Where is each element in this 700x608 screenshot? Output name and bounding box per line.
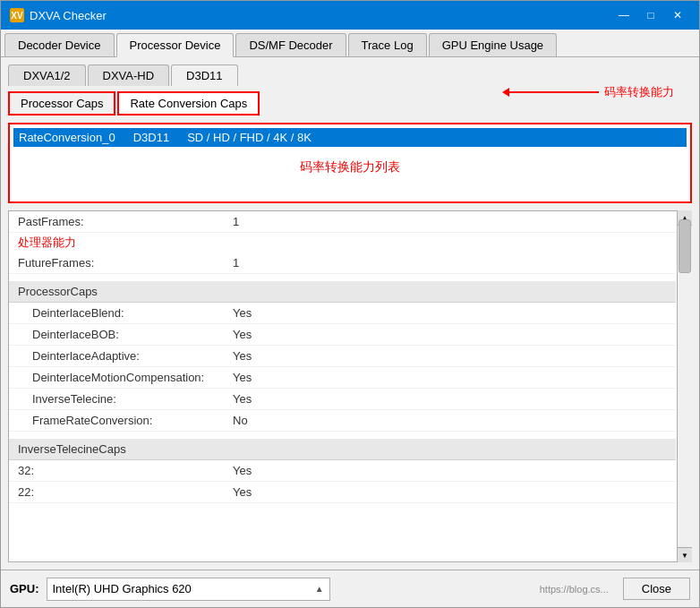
rate-row-formats: SD / HD / FHD / 4K / 8K <box>187 131 312 144</box>
url-text: https://blog.cs... <box>337 584 616 595</box>
note-cn: 处理器能力 <box>9 233 676 253</box>
caps-tab-processor[interactable]: Processor Caps <box>8 91 115 116</box>
value-deinterlace-blend: Yes <box>233 306 252 320</box>
main-panel[interactable]: PastFrames: 1 处理器能力 FutureFrames: 1 Proc… <box>8 210 692 562</box>
main-panel-container: PastFrames: 1 处理器能力 FutureFrames: 1 Proc… <box>8 210 692 562</box>
row-inverse-telecine: InverseTelecine: Yes <box>9 389 676 410</box>
row-cap-22: 22: Yes <box>9 482 676 503</box>
label-past-frames: PastFrames: <box>18 215 233 228</box>
row-deinterlace-motion: DeinterlaceMotionCompensation: Yes <box>9 367 676 389</box>
value-deinterlace-bob: Yes <box>233 328 252 341</box>
row-cap-32: 32: Yes <box>9 460 676 482</box>
row-deinterlace-bob: DeinterlaceBOB: Yes <box>9 324 676 346</box>
close-window-button[interactable]: ✕ <box>665 6 690 24</box>
scroll-thumb[interactable] <box>679 219 691 273</box>
sub-tab-d3d11[interactable]: D3D11 <box>171 64 237 86</box>
value-inverse-telecine: Yes <box>233 392 252 406</box>
value-cap-22: Yes <box>233 485 252 499</box>
scrollbar[interactable]: ▲ ▼ <box>677 210 692 562</box>
tab-gpu-engine[interactable]: GPU Engine Usage <box>429 33 557 56</box>
content-area: DXVA1/2 DXVA-HD D3D11 Processor Caps Rat… <box>1 57 699 569</box>
tab-trace-log[interactable]: Trace Log <box>348 33 427 56</box>
rate-row-device: D3D11 <box>133 131 169 144</box>
label-inverse-telecine: InverseTelecine: <box>18 392 233 406</box>
maximize-button[interactable]: □ <box>638 6 663 24</box>
label-cap-32: 32: <box>18 464 233 477</box>
arrow-line <box>509 91 599 93</box>
gpu-value: Intel(R) UHD Graphics 620 <box>53 582 192 595</box>
sub-tab-bar: DXVA1/2 DXVA-HD D3D11 <box>8 64 692 86</box>
value-past-frames: 1 <box>233 215 239 228</box>
row-deinterlace-adaptive: DeinterlaceAdaptive: Yes <box>9 346 676 367</box>
close-button[interactable]: Close <box>623 578 690 600</box>
minimize-button[interactable]: — <box>611 6 636 24</box>
window-controls: — □ ✕ <box>611 6 690 24</box>
row-future-frames: FutureFrames: 1 <box>9 253 676 274</box>
chevron-up-icon: ▲ <box>315 584 324 594</box>
section-inverse-telecine-caps: InverseTelecineCaps <box>9 439 676 460</box>
row-frame-rate-conversion: FrameRateConversion: No <box>9 410 676 432</box>
caps-tab-rate-conversion[interactable]: Rate Conversion Caps <box>117 91 260 116</box>
value-deinterlace-motion: Yes <box>233 371 252 384</box>
value-future-frames: 1 <box>233 256 239 270</box>
scroll-down-button[interactable]: ▼ <box>678 547 692 562</box>
sub-tab-dxvahd[interactable]: DXVA-HD <box>88 64 170 86</box>
row-past-frames: PastFrames: 1 <box>9 211 676 233</box>
main-tab-bar: Decoder Device Processor Device DS/MF De… <box>1 30 699 57</box>
main-window: XV DXVA Checker — □ ✕ Decoder Device Pro… <box>0 0 700 608</box>
label-deinterlace-blend: DeinterlaceBlend: <box>18 306 233 320</box>
sub-tab-dxva12[interactable]: DXVA1/2 <box>8 64 86 86</box>
annotation: 码率转换能力 <box>509 84 674 100</box>
tab-processor-device[interactable]: Processor Device <box>116 33 235 57</box>
tab-dsmf-decoder[interactable]: DS/MF Decoder <box>235 33 346 56</box>
label-frame-rate-conversion: FrameRateConversion: <box>18 414 233 427</box>
app-icon: XV <box>10 8 24 22</box>
section-processor-caps: ProcessorCaps <box>9 281 676 303</box>
title-bar-left: XV DXVA Checker <box>10 8 107 22</box>
tab-decoder-device[interactable]: Decoder Device <box>4 33 115 56</box>
window-title: DXVA Checker <box>30 9 107 22</box>
rate-row-name: RateConversion_0 <box>19 131 115 144</box>
label-deinterlace-bob: DeinterlaceBOB: <box>18 328 233 341</box>
rate-row: RateConversion_0 D3D11 SD / HD / FHD / 4… <box>13 128 687 147</box>
arrow-head <box>502 88 509 97</box>
title-bar: XV DXVA Checker — □ ✕ <box>1 1 699 30</box>
rate-list-label-cn: 码率转换能力列表 <box>13 156 687 179</box>
value-deinterlace-adaptive: Yes <box>233 349 252 363</box>
row-deinterlace-blend: DeinterlaceBlend: Yes <box>9 303 676 324</box>
rate-conversion-box: RateConversion_0 D3D11 SD / HD / FHD / 4… <box>8 123 692 203</box>
gpu-select[interactable]: Intel(R) UHD Graphics 620 ▲ <box>47 578 330 601</box>
label-future-frames: FutureFrames: <box>18 256 233 270</box>
value-cap-32: Yes <box>233 464 252 477</box>
scroll-down-icon: ▼ <box>681 552 688 560</box>
label-deinterlace-motion: DeinterlaceMotionCompensation: <box>18 371 233 384</box>
label-cap-22: 22: <box>18 485 233 499</box>
value-frame-rate-conversion: No <box>233 414 248 427</box>
annotation-text: 码率转换能力 <box>604 84 674 100</box>
bottom-bar: GPU: Intel(R) UHD Graphics 620 ▲ https:/… <box>1 569 699 607</box>
label-deinterlace-adaptive: DeinterlaceAdaptive: <box>18 349 233 363</box>
gpu-label: GPU: <box>10 582 39 595</box>
